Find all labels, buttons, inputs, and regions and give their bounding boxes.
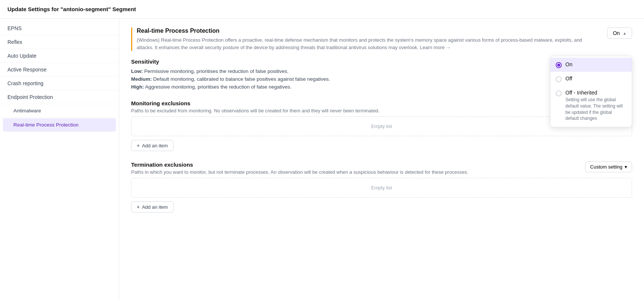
monitoring-add-item-label: Add an item	[142, 143, 168, 148]
section-header: Real-time Process Protection (Windows) R…	[131, 28, 632, 51]
sidebar-item-reflex[interactable]: Reflex	[0, 35, 119, 49]
sidebar: EPNS Reflex Auto Update Active Response …	[0, 19, 119, 300]
monitoring-exclusions-desc: Paths to be excluded from monitoring. No…	[131, 108, 380, 113]
dropdown-option-off-inherited[interactable]: Off - Inherited Setting will use the glo…	[551, 86, 632, 125]
sidebar-item-auto-update[interactable]: Auto Update	[0, 49, 119, 63]
option-on-label: On	[565, 61, 572, 67]
main-content: Real-time Process Protection (Windows) R…	[119, 19, 644, 300]
sidebar-item-epns[interactable]: EPNS	[0, 22, 119, 35]
option-off-inherited-sub: Setting will use the global default valu…	[565, 97, 626, 122]
sidebar-item-antimalware[interactable]: Antimalware	[0, 104, 119, 118]
radio-off-inherited-icon	[556, 90, 562, 96]
termination-exclusions-title: Termination exclusions	[131, 161, 468, 168]
option-off-inherited-label: Off - Inherited	[565, 90, 626, 96]
section-title-area: Real-time Process Protection (Windows) R…	[131, 28, 600, 51]
sidebar-item-crash-reporting[interactable]: Crash reporting	[0, 77, 119, 90]
page-title: Update Settings for "antonio-segment" Se…	[0, 0, 644, 19]
dropdown-option-off[interactable]: Off	[551, 72, 632, 86]
monitoring-plus-icon: +	[137, 143, 140, 148]
option-off-label: Off	[565, 76, 572, 81]
toggle-dropdown-button[interactable]: On ▲	[607, 28, 632, 39]
sidebar-item-active-response[interactable]: Active Response	[0, 63, 119, 77]
termination-exclusions-section: Termination exclusions Paths in which yo…	[131, 161, 632, 212]
termination-exclusions-header: Termination exclusions Paths in which yo…	[131, 161, 632, 175]
chevron-up-icon: ▲	[623, 31, 626, 35]
page-title-bar: Update Settings for "antonio-segment" Se…	[0, 0, 644, 19]
dropdown-menu: On Off Off - Inherited Setting will use …	[550, 56, 632, 127]
termination-empty-list: Empty list	[131, 178, 632, 198]
termination-custom-setting-label: Custom setting	[590, 164, 622, 170]
sensitivity-medium-value: Default monitoring, calibrated to balanc…	[153, 76, 330, 82]
radio-off-icon	[556, 76, 562, 82]
termination-add-item-label: Add an item	[142, 204, 168, 210]
section-title: Real-time Process Protection	[137, 28, 600, 34]
dropdown-option-on[interactable]: On	[551, 58, 632, 72]
sensitivity-high-key: High:	[131, 84, 144, 90]
sensitivity-high-value: Aggressive monitoring, prioritises the r…	[145, 84, 292, 90]
sidebar-item-endpoint-protection[interactable]: Endpoint Protection	[0, 90, 119, 104]
sensitivity-low-key: Low:	[131, 68, 143, 74]
termination-chevron-down-icon: ▾	[625, 164, 627, 170]
termination-exclusions-desc: Paths in which you want to monitor, but …	[131, 169, 468, 175]
termination-exclusions-title-area: Termination exclusions Paths in which yo…	[131, 161, 468, 175]
termination-add-item-button[interactable]: + Add an item	[131, 201, 174, 212]
section-desc: (Windows) Real-time Process Protection o…	[137, 36, 600, 51]
monitoring-add-item-button[interactable]: + Add an item	[131, 140, 174, 151]
radio-on-icon	[556, 62, 562, 68]
monitoring-exclusions-title-area: Monitoring exclusions Paths to be exclud…	[131, 100, 380, 113]
termination-plus-icon: +	[137, 204, 140, 210]
sensitivity-low-value: Permissive monitoring, prioritises the r…	[144, 68, 288, 74]
toggle-label: On	[613, 30, 620, 36]
sidebar-item-realtime-process-protection[interactable]: Real-time Process Protection	[3, 118, 116, 132]
sensitivity-medium-key: Medium:	[131, 76, 152, 82]
termination-custom-setting-button[interactable]: Custom setting ▾	[585, 161, 632, 172]
monitoring-exclusions-title: Monitoring exclusions	[131, 100, 380, 106]
